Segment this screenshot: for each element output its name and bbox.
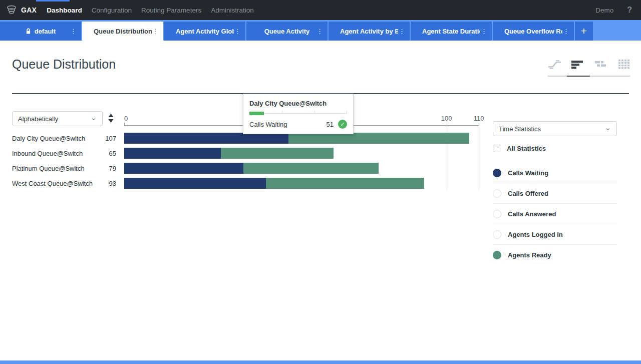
tab-label: Agent State Duratio... bbox=[422, 28, 480, 35]
chart-type-icons bbox=[548, 58, 630, 72]
nav-item-routing-parameters[interactable]: Routing Parameters bbox=[141, 7, 201, 14]
queue-value: 79 bbox=[89, 165, 116, 172]
tab-label: Queue Activity bbox=[264, 28, 310, 35]
stat-radio[interactable] bbox=[493, 189, 501, 198]
tab-menu-icon[interactable]: ⋮ bbox=[563, 28, 569, 35]
nav-item-configuration[interactable]: Configuration bbox=[92, 7, 132, 14]
stat-radio[interactable] bbox=[493, 169, 501, 177]
tooltip-progress-track bbox=[249, 113, 347, 114]
axis-tick-label: 100 bbox=[441, 115, 452, 122]
bar-chart-icon[interactable] bbox=[571, 59, 584, 70]
statistic-options-list: Calls WaitingCalls OfferedCalls Answered… bbox=[493, 163, 617, 265]
bar-segment-calls-waiting[interactable] bbox=[124, 178, 266, 189]
top-nav: GAX DashboardConfigurationRouting Parame… bbox=[0, 0, 641, 20]
stat-option-calls-waiting[interactable]: Calls Waiting bbox=[493, 163, 617, 183]
tab-menu-icon[interactable]: ⋮ bbox=[152, 28, 159, 35]
queue-row: West Coast Queue@Switch93 bbox=[0, 176, 493, 191]
tab-agent-state-duratio[interactable]: Agent State Duratio...⋮ bbox=[411, 22, 492, 41]
tab-menu-icon[interactable]: ⋮ bbox=[316, 28, 323, 35]
stat-option-label: Calls Answered bbox=[508, 210, 556, 218]
brand-label: GAX bbox=[21, 6, 37, 14]
tab-menu-icon[interactable]: ⋮ bbox=[70, 28, 77, 35]
grouped-bar-chart-icon[interactable] bbox=[595, 59, 608, 70]
bar-segment-agents-ready[interactable] bbox=[243, 163, 379, 174]
stat-radio[interactable] bbox=[493, 230, 501, 239]
stat-option-label: Agents Ready bbox=[508, 251, 551, 259]
stat-radio[interactable] bbox=[493, 210, 501, 218]
dashboard-tab-bar: default⋮Queue Distribution⋮Agent Activit… bbox=[0, 20, 641, 41]
line-chart-icon[interactable] bbox=[548, 59, 561, 70]
tooltip-progress-tick bbox=[314, 111, 315, 114]
tab-label: Agent Activity by B... bbox=[340, 28, 398, 35]
axis-tick-label: 0 bbox=[124, 115, 128, 122]
grid-icon[interactable] bbox=[618, 59, 630, 70]
queue-label: Daly City Queue@Switch bbox=[12, 135, 85, 142]
tab-queue-overflow-re[interactable]: Queue Overflow Re...⋮ bbox=[493, 22, 574, 41]
tab-agent-activity-by-b[interactable]: Agent Activity by B...⋮ bbox=[329, 22, 410, 41]
bottom-bar bbox=[0, 360, 641, 364]
tab-menu-icon[interactable]: ⋮ bbox=[481, 28, 487, 35]
tooltip-stat-label: Calls Waiting bbox=[249, 121, 287, 128]
tooltip-progress bbox=[249, 111, 347, 115]
tooltip-stat-value: 51 bbox=[327, 121, 334, 128]
tooltip-progress-fill bbox=[249, 112, 264, 115]
bar-segment-calls-waiting[interactable] bbox=[124, 133, 288, 144]
check-circle-icon: ✓ bbox=[338, 120, 347, 129]
statistics-panel: Time Statistics ⌄ All Statistics Calls W… bbox=[493, 121, 617, 265]
bar-segment-agents-ready[interactable] bbox=[221, 148, 334, 159]
bar-segment-calls-waiting[interactable] bbox=[124, 148, 221, 159]
chart-tooltip: Daly City Queue@Switch Calls Waiting 51 … bbox=[243, 94, 354, 134]
statistics-category-value: Time Statistics bbox=[499, 125, 541, 133]
chart-type-active-indicator bbox=[567, 76, 590, 77]
primary-nav: DashboardConfigurationRouting Parameters… bbox=[47, 7, 253, 14]
stat-option-calls-offered[interactable]: Calls Offered bbox=[493, 183, 617, 204]
queue-label: Inbound Queue@Switch bbox=[12, 150, 83, 157]
chart-type-underline bbox=[548, 76, 630, 77]
app-root: GAX DashboardConfigurationRouting Parame… bbox=[0, 0, 641, 364]
help-icon[interactable]: ? bbox=[627, 6, 632, 15]
queue-rows: Daly City Queue@Switch107Inbound Queue@S… bbox=[0, 131, 493, 191]
queue-value: 107 bbox=[89, 135, 116, 142]
tab-menu-icon[interactable]: ⋮ bbox=[234, 28, 241, 35]
tab-default[interactable]: default⋮ bbox=[0, 22, 81, 41]
statistics-category-select[interactable]: Time Statistics ⌄ bbox=[493, 121, 617, 136]
stat-option-agents-logged-in[interactable]: Agents Logged In bbox=[493, 224, 617, 245]
axis-tick-label: 110 bbox=[474, 115, 484, 122]
tab-label: Agent Activity Glob... bbox=[176, 28, 234, 35]
tab-label: Queue Distribution bbox=[94, 28, 152, 35]
stat-option-calls-answered[interactable]: Calls Answered bbox=[493, 204, 617, 224]
queue-label: Platinum Queue@Switch bbox=[12, 165, 85, 172]
queue-value: 65 bbox=[89, 150, 116, 157]
stat-radio[interactable] bbox=[493, 251, 501, 259]
bar-segment-calls-waiting[interactable] bbox=[124, 163, 243, 174]
tab-queue-distribution[interactable]: Queue Distribution⋮ bbox=[82, 22, 163, 41]
nav-item-administration[interactable]: Administration bbox=[211, 7, 254, 14]
all-statistics-row[interactable]: All Statistics bbox=[493, 145, 617, 152]
all-statistics-checkbox[interactable] bbox=[493, 145, 500, 152]
stat-option-label: Calls Offered bbox=[508, 190, 548, 197]
add-tab-button[interactable]: + bbox=[575, 22, 593, 41]
tooltip-stat-row: Calls Waiting 51 ✓ bbox=[249, 120, 347, 129]
main-content: Queue Distribution Alphabetically ⌄ 0100… bbox=[0, 41, 641, 360]
tab-label: Queue Overflow Re... bbox=[504, 28, 562, 35]
tab-queue-activity[interactable]: Queue Activity⋮ bbox=[246, 22, 328, 41]
bar-segment-agents-ready[interactable] bbox=[288, 133, 469, 144]
nav-item-dashboard[interactable]: Dashboard bbox=[47, 7, 82, 14]
tooltip-progress-tick bbox=[347, 111, 347, 114]
stat-option-label: Calls Waiting bbox=[508, 169, 548, 177]
nav-right: Demo ? bbox=[595, 6, 632, 15]
queue-label: West Coast Queue@Switch bbox=[12, 180, 93, 187]
user-label[interactable]: Demo bbox=[595, 7, 613, 14]
gax-logo-icon bbox=[6, 5, 17, 15]
all-statistics-label: All Statistics bbox=[507, 145, 546, 152]
chart-type-switcher bbox=[548, 58, 630, 77]
tab-agent-activity-glob[interactable]: Agent Activity Glob...⋮ bbox=[164, 22, 245, 41]
tab-menu-icon[interactable]: ⋮ bbox=[399, 28, 405, 35]
stat-option-agents-ready[interactable]: Agents Ready bbox=[493, 245, 617, 265]
tooltip-title: Daly City Queue@Switch bbox=[249, 100, 347, 107]
queue-row: Platinum Queue@Switch79 bbox=[0, 161, 493, 176]
tab-label: default bbox=[35, 28, 56, 35]
chevron-down-icon: ⌄ bbox=[604, 124, 611, 131]
lock-icon bbox=[26, 28, 31, 35]
bar-segment-agents-ready[interactable] bbox=[266, 178, 424, 189]
